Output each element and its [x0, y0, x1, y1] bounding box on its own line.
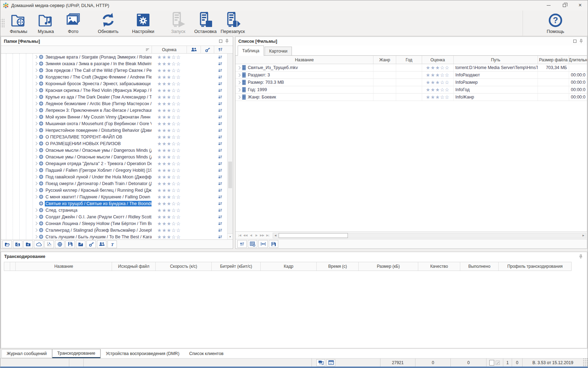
close-button[interactable]: × — [572, 0, 588, 11]
folder-export-button[interactable] — [76, 240, 85, 248]
tree-row-label[interactable]: Святые из трущоб / Святые из Бундока / T… — [45, 201, 152, 206]
sort-desc-icon[interactable] — [214, 228, 226, 232]
sort-desc-icon[interactable] — [214, 208, 226, 212]
folders-vertical-scrollbar[interactable]: ▼ — [227, 54, 233, 239]
scrollbar-down-arrow[interactable]: ▼ — [227, 233, 233, 239]
chevron-right-icon[interactable] — [34, 89, 38, 92]
list-column-6[interactable]: Длительн — [569, 56, 587, 64]
pin-panel-button[interactable] — [578, 38, 584, 45]
toolbar-button-фото[interactable]: Фото — [59, 11, 87, 36]
open-folder-button[interactable] — [2, 240, 12, 248]
tree-row-rating[interactable]: ★★★☆☆ — [152, 175, 187, 179]
sort-desc-icon[interactable] — [214, 68, 226, 73]
maximize-panel-button[interactable] — [217, 38, 224, 45]
tree-row-label[interactable]: Опасные мысли / Опасные умы / Dangerous … — [45, 148, 152, 153]
bottom-tab-3[interactable]: Список клиентов — [184, 349, 229, 358]
column-name[interactable] — [1, 46, 152, 53]
tree-row-rating[interactable]: ★★★☆☆ — [152, 115, 187, 120]
transcoding-column-8[interactable]: Выполнено — [460, 262, 498, 271]
tree-row[interactable]: Звездные врата / Stargate (Роланд Эммери… — [1, 54, 233, 60]
tree-row[interactable]: След. страница★★★☆☆ — [1, 207, 233, 213]
chevron-right-icon[interactable] — [34, 209, 38, 212]
toolbar-button-перезапуск[interactable]: Перезапуск — [219, 11, 246, 36]
tree-row-label[interactable]: Коронный бросок Эрнеста / Эрнест, забрас… — [45, 81, 152, 87]
sort-desc-icon[interactable] — [214, 102, 226, 106]
pager-button-1[interactable]: ◀◀ — [243, 234, 248, 237]
tree-row-label[interactable]: Операция отряда "Дельта" 2 - Тревога / O… — [45, 161, 152, 166]
tree-row-rating[interactable]: ★★★☆☆ — [152, 135, 187, 139]
maximize-panel-button[interactable] — [572, 38, 578, 45]
tree-row[interactable]: Под гавайской луной / Under the Hula Moo… — [1, 173, 233, 180]
transcoding-column-1[interactable]: Исходный файл — [112, 262, 155, 271]
tree-row[interactable]: Коронный бросок Эрнеста / Эрнест, забрас… — [1, 80, 233, 87]
tree-row[interactable]: О РАЗМЕЩЕНИИ НОВЫХ РЕЛИЗОВ★★★☆☆ — [1, 140, 233, 147]
sort-desc-icon[interactable] — [214, 82, 226, 86]
statusbar-checkbox[interactable] — [489, 360, 494, 366]
toolbar-grip[interactable] — [1, 18, 5, 28]
tree-row-rating[interactable]: ★★★☆☆ — [152, 201, 187, 206]
sort-desc-icon[interactable] — [214, 235, 226, 239]
tree-row-rating[interactable]: ★★★☆☆ — [152, 181, 187, 186]
row-rating-cell[interactable]: ★★★☆☆ — [422, 64, 453, 71]
chevron-right-icon[interactable] — [34, 135, 38, 139]
chevron-right-icon[interactable] — [34, 215, 38, 219]
tree-row-rating[interactable]: ★★★☆☆ — [152, 88, 187, 93]
chevron-right-icon[interactable] — [34, 229, 38, 232]
tree-row[interactable]: Поезд смерти / Детонатор / Death Train /… — [1, 180, 233, 187]
list-horizontal-scrollbar[interactable]: ◀ ▶ — [273, 233, 586, 238]
tree-row-label[interactable]: Поезд смерти / Детонатор / Death Train /… — [45, 181, 152, 186]
chevron-right-icon[interactable] — [34, 75, 38, 79]
tree-row[interactable]: Красная скрипка / The Red Violin (Франсу… — [1, 87, 233, 94]
transcoding-column-7[interactable]: Качество — [418, 262, 460, 271]
tree-row-rating[interactable]: ★★★☆☆ — [152, 75, 187, 80]
sort-desc-icon[interactable] — [214, 142, 226, 146]
row-name-cell[interactable]: Жанр: Боевик — [236, 94, 373, 101]
scrollbar-left-arrow[interactable]: ◀ — [273, 234, 278, 237]
row-name-cell[interactable]: Раздают: 3 — [236, 71, 373, 79]
bottom-tab-2[interactable]: Устройства воспроизведения (DMR) — [100, 349, 184, 358]
save-button[interactable] — [269, 240, 278, 248]
bottom-tab-0[interactable]: Журнал сообщений — [1, 349, 52, 358]
column-users[interactable] — [187, 46, 201, 53]
tree-row-rating[interactable]: ★★★☆☆ — [152, 188, 187, 193]
tree-row-label[interactable]: Зимняя сказка / Зима в разгаре / In the … — [45, 61, 152, 67]
chevron-right-icon[interactable] — [34, 55, 38, 59]
chevron-right-icon[interactable] — [34, 82, 38, 86]
tree-row[interactable]: С меня хватит! / Падение / Крушение / Fa… — [1, 193, 233, 200]
tree-row[interactable]: Зов предков / The Call of the Wild (Пите… — [1, 67, 233, 74]
tree-row-rating[interactable]: ★★★☆☆ — [152, 101, 187, 106]
restore-button[interactable] — [556, 0, 572, 11]
toolbar-button-фильмы[interactable]: Фильмы — [5, 11, 32, 36]
bottom-tab-1[interactable]: Транскодирование — [52, 349, 101, 358]
tree-row-label[interactable]: Мой кузен Винни / My Cousin Vinny (Джона… — [45, 114, 152, 120]
tree-row[interactable]: Стать лучшим / Быть лучшим / To Be The B… — [1, 233, 233, 239]
list-column-0[interactable]: Название — [236, 56, 373, 64]
toolbar-button-музыка[interactable]: Музыка — [32, 11, 59, 36]
row-rating-cell[interactable]: ★★★☆☆ — [422, 71, 453, 79]
tree-row-label[interactable]: След. страница — [45, 207, 152, 213]
chevron-right-icon[interactable] — [237, 81, 241, 84]
tree-row[interactable]: Сонная Лощина / Sleepy Hollow (Тим Бёрто… — [1, 220, 233, 227]
tree-row-rating[interactable]: ★★★☆☆ — [152, 214, 187, 219]
table-row[interactable]: Святые_Из_Трущеб.mkv★★★☆☆torrent:D:\Home… — [236, 64, 587, 71]
tree-row[interactable]: Операция отряда "Дельта" 2 - Тревога / O… — [1, 160, 233, 167]
sort-desc-icon[interactable] — [214, 202, 226, 206]
tree-row[interactable]: Сталинград / Stalingrad (Йозеф Вильсмайе… — [1, 227, 233, 233]
sort-desc-icon[interactable] — [214, 115, 226, 119]
chevron-right-icon[interactable] — [34, 182, 38, 185]
chevron-right-icon[interactable] — [34, 115, 38, 119]
tree-row-label[interactable]: О РАЗМЕЩЕНИИ НОВЫХ РЕЛИЗОВ — [45, 141, 152, 146]
chevron-right-icon[interactable] — [237, 88, 241, 91]
chevron-right-icon[interactable] — [237, 73, 241, 77]
sort-desc-icon[interactable] — [214, 162, 226, 166]
tree-row-label[interactable]: Солдат Джейн / G.I. Jane (Ридли Скотт / … — [45, 214, 152, 220]
chevron-right-icon[interactable] — [34, 162, 38, 165]
tree-row[interactable]: Крупье из ада / The Dark Dealer (Том Але… — [1, 94, 233, 100]
sort-desc-icon[interactable] — [214, 108, 226, 113]
tree-row[interactable]: Непристойное поведение / Disturbing Beha… — [1, 127, 233, 134]
table-row[interactable]: Год: 1999★★★☆☆InfoГод00:00:0 — [236, 86, 587, 94]
tree-row[interactable]: Русский киллер / Красный беглец / Runnin… — [1, 187, 233, 193]
transcoding-column-4[interactable]: Кадр — [260, 262, 316, 271]
chevron-right-icon[interactable] — [34, 155, 38, 159]
sort-desc-icon[interactable] — [214, 168, 226, 172]
